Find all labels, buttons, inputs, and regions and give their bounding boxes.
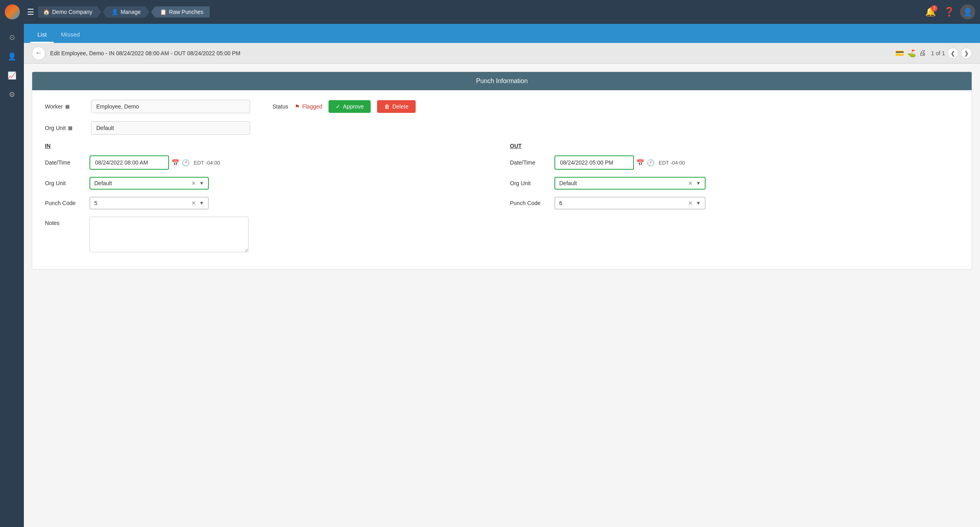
out-punch-code-value: 6 — [559, 200, 685, 206]
out-org-unit-select[interactable]: Default ✕ ▼ — [554, 177, 706, 190]
trash-icon: 🗑 — [384, 103, 390, 110]
notifications-button[interactable]: 🔔 7 — [923, 4, 938, 19]
in-datetime-wrap: 📅 🕐 EDT -04:00 — [89, 155, 220, 170]
in-out-section: IN Date/Time 📅 🕐 EDT -04:00 — [45, 143, 959, 260]
out-punch-code-select[interactable]: 6 ✕ ▼ — [554, 197, 706, 209]
flagged-badge: ⚑ Flagged — [295, 103, 323, 110]
out-punch-code-row: Punch Code 6 ✕ ▼ — [510, 197, 959, 209]
in-org-unit-arrow[interactable]: ▼ — [199, 180, 204, 186]
card-icon-button[interactable]: 💳 — [895, 49, 904, 58]
in-punch-code-clear[interactable]: ✕ — [191, 200, 196, 206]
in-calendar-icon[interactable]: 📅 — [171, 159, 179, 167]
dashboard-icon: ⊙ — [9, 33, 15, 42]
out-punch-code-clear[interactable]: ✕ — [688, 200, 693, 206]
users-icon: 👤 — [8, 52, 16, 61]
in-org-unit-row: Org Unit Default ✕ ▼ — [45, 177, 494, 190]
user-avatar-button[interactable]: 👤 — [960, 4, 975, 19]
flag-icon-button[interactable]: ⛳ — [907, 49, 916, 58]
notification-badge: 7 — [931, 5, 937, 12]
flag-icon: ⚑ — [295, 103, 300, 110]
sidebar-item-dashboard[interactable]: ⊙ — [3, 29, 21, 46]
worker-icon: ▦ — [65, 104, 70, 109]
in-punch-code-arrow[interactable]: ▼ — [199, 200, 204, 206]
hamburger-button[interactable]: ☰ — [25, 5, 37, 19]
out-punch-code-arrow[interactable]: ▼ — [696, 200, 701, 206]
out-calendar-icon[interactable]: 📅 — [636, 159, 644, 167]
breadcrumb-manage-label: Manage — [121, 9, 141, 15]
in-org-unit-value: Default — [94, 180, 188, 186]
out-org-unit-arrow[interactable]: ▼ — [696, 180, 701, 186]
prev-page-button[interactable]: ❮ — [947, 48, 959, 59]
pagination-text: 1 of 1 — [931, 50, 945, 56]
out-clock-icon[interactable]: 🕐 — [647, 159, 655, 167]
delete-button[interactable]: 🗑 Delete — [377, 100, 415, 113]
worker-input[interactable] — [91, 100, 250, 113]
out-datetime-wrap: 📅 🕐 EDT -04:00 — [554, 155, 685, 170]
tab-missed[interactable]: Missed — [54, 27, 87, 43]
in-org-unit-clear[interactable]: ✕ — [191, 180, 196, 186]
form-card-header: Punch Information — [32, 72, 972, 90]
in-org-unit-label: Org Unit — [45, 180, 85, 186]
print-icon-button[interactable]: 🖨 — [919, 49, 926, 57]
top-navigation: ☰ 🏠 Demo Company 👤 Manage 📋 Raw Punches … — [0, 0, 980, 24]
out-datetime-row: Date/Time 📅 🕐 EDT -04:00 — [510, 155, 959, 170]
out-datetime-input[interactable] — [554, 155, 634, 170]
in-datetime-input[interactable] — [89, 155, 169, 170]
help-button[interactable]: ❓ — [941, 4, 957, 19]
approve-button[interactable]: ✓ Approve — [329, 100, 371, 113]
back-button[interactable]: ← — [32, 46, 45, 60]
out-org-unit-value: Default — [559, 180, 685, 186]
home-icon: 🏠 — [43, 9, 50, 15]
reports-icon: 📈 — [8, 71, 16, 80]
breadcrumb-manage[interactable]: 👤 Manage — [103, 6, 150, 17]
raw-punches-icon: 📋 — [160, 9, 167, 15]
in-section: IN Date/Time 📅 🕐 EDT -04:00 — [45, 143, 494, 260]
out-section: OUT Date/Time 📅 🕐 EDT -04:00 — [510, 143, 959, 260]
notes-textarea[interactable] — [89, 217, 249, 252]
settings-icon: ⚙ — [9, 90, 15, 99]
breadcrumb-home[interactable]: 🏠 Demo Company — [38, 6, 101, 17]
nav-right: 🔔 7 ❓ 👤 — [923, 4, 975, 19]
app-layout: ⊙ 👤 📈 ⚙ List Missed ← Edit Employee, Dem… — [0, 24, 980, 527]
sidebar-item-users[interactable]: 👤 — [3, 48, 21, 65]
manage-icon: 👤 — [111, 9, 118, 15]
org-unit-row: Org Unit ▦ — [45, 121, 959, 135]
in-punch-code-select[interactable]: 5 ✕ ▼ — [89, 197, 209, 209]
org-unit-label: Org Unit ▦ — [45, 125, 85, 131]
sidebar: ⊙ 👤 📈 ⚙ — [0, 24, 24, 527]
out-org-unit-label: Org Unit — [510, 180, 550, 186]
org-unit-icon: ▦ — [68, 125, 72, 131]
approve-check-icon: ✓ — [336, 103, 340, 110]
breadcrumb-home-label: Demo Company — [52, 9, 92, 15]
in-header: IN — [45, 143, 494, 149]
edit-bar: ← Edit Employee, Demo - IN 08/24/2022 08… — [24, 43, 980, 64]
form-body: Worker ▦ Status ⚑ Flagged ✓ — [32, 90, 972, 269]
in-punch-code-value: 5 — [94, 200, 188, 206]
tabs-bar: List Missed — [24, 24, 980, 43]
in-clock-icon[interactable]: 🕐 — [182, 159, 190, 167]
out-datetime-label: Date/Time — [510, 159, 550, 166]
in-timezone: EDT -04:00 — [194, 160, 220, 166]
notes-row: Notes — [45, 217, 494, 252]
edit-title: Edit Employee, Demo - IN 08/24/2022 08:0… — [50, 50, 891, 56]
breadcrumb-raw-punches-label: Raw Punches — [169, 9, 203, 15]
out-timezone: EDT -04:00 — [659, 160, 685, 166]
in-datetime-label: Date/Time — [45, 159, 85, 166]
form-card: Punch Information Worker ▦ Status — [32, 72, 972, 269]
in-punch-code-label: Punch Code — [45, 200, 85, 206]
worker-row: Worker ▦ Status ⚑ Flagged ✓ — [45, 100, 959, 113]
tab-list[interactable]: List — [30, 27, 54, 43]
out-org-unit-clear[interactable]: ✕ — [688, 180, 693, 186]
out-punch-code-label: Punch Code — [510, 200, 550, 206]
in-datetime-row: Date/Time 📅 🕐 EDT -04:00 — [45, 155, 494, 170]
sidebar-item-settings[interactable]: ⚙ — [3, 86, 21, 103]
in-org-unit-select[interactable]: Default ✕ ▼ — [89, 177, 209, 190]
out-header: OUT — [510, 143, 959, 149]
breadcrumb-raw-punches[interactable]: 📋 Raw Punches — [151, 6, 210, 17]
org-unit-input[interactable] — [91, 121, 250, 135]
edit-icons: 💳 ⛳ 🖨 — [895, 49, 926, 58]
sidebar-item-reports[interactable]: 📈 — [3, 67, 21, 84]
out-org-unit-row: Org Unit Default ✕ ▼ — [510, 177, 959, 190]
app-logo — [5, 4, 20, 19]
next-page-button[interactable]: ❯ — [961, 48, 972, 59]
